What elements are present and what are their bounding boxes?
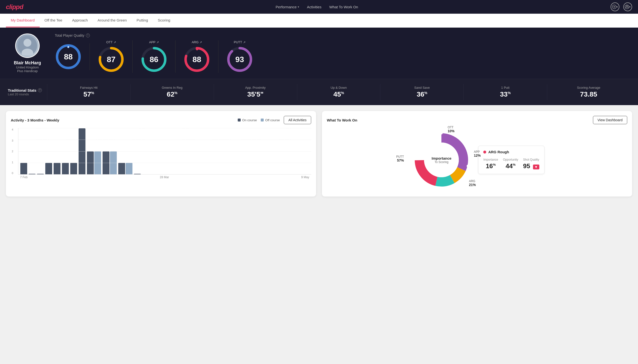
- stat-scoring-average: Scoring Average 73.85: [547, 84, 630, 100]
- ott-segment-value: 10%: [448, 129, 454, 133]
- detail-opportunity: Opportunity 44%: [503, 158, 518, 170]
- stat-sand-save: Sand Save 36%: [380, 84, 464, 100]
- y-label-4: 4: [12, 128, 13, 131]
- detail-importance: Importance 16%: [483, 158, 498, 170]
- stat-greens-value: 62%: [134, 90, 209, 98]
- off-course-legend-dot: [261, 118, 264, 122]
- bar-on-course-11: [134, 174, 141, 174]
- y-label-0: 0: [12, 172, 13, 174]
- donut-chart: Importance To Scoring OTT 10% APP 12% AR…: [409, 128, 473, 192]
- shot-quality-value: 95 ▼: [523, 162, 539, 170]
- bar-group-5: [62, 163, 69, 174]
- app-arrow-icon: ↗: [156, 40, 159, 44]
- on-course-legend-dot: [238, 118, 241, 122]
- donut-center: Importance To Scoring: [432, 156, 452, 164]
- stat-sandsave-value: 36%: [384, 90, 460, 98]
- stat-up-and-down: Up & Down 45%: [297, 84, 380, 100]
- scores-section: Total Player Quality ? 88 OTT ↗: [55, 34, 630, 73]
- player-info: Blair McHarg United Kingdom Plus Handica…: [8, 34, 47, 73]
- bar-group-3: [45, 163, 52, 174]
- svg-point-25: [418, 176, 420, 178]
- shot-quality-badge: ▼: [533, 164, 539, 170]
- trad-stats-info-icon[interactable]: ?: [38, 88, 42, 92]
- grid-line-3: [18, 140, 311, 140]
- work-card-header: What To Work On View Dashboard: [327, 116, 627, 124]
- svg-point-24: [467, 165, 469, 167]
- user-avatar-button[interactable]: ▾: [623, 2, 632, 11]
- bar-on-course-0: [20, 163, 27, 174]
- nav-performance[interactable]: Performance ▾: [276, 5, 299, 9]
- tab-my-dashboard[interactable]: My Dashboard: [6, 14, 40, 28]
- donut-label-arg: ARG 21%: [469, 180, 476, 187]
- work-card: What To Work On View Dashboard: [322, 111, 632, 196]
- add-chevron: ▾: [616, 6, 618, 8]
- score-circles: 88 OTT ↗ 87 APP: [55, 40, 630, 73]
- opportunity-value: 44%: [506, 162, 515, 170]
- svg-point-4: [626, 6, 628, 7]
- stat-updown-value: 45%: [301, 90, 376, 98]
- trad-stats-label: Traditional Stats ? Last 20 rounds: [8, 88, 47, 96]
- bar-group-2: [37, 174, 44, 174]
- bar-group-10: [118, 163, 132, 174]
- stat-1putt-value: 33%: [468, 90, 543, 98]
- detail-card-title: ARG Rough: [483, 150, 539, 154]
- logo[interactable]: clippd: [6, 3, 23, 11]
- all-activities-button[interactable]: All Activities: [284, 116, 311, 124]
- tab-approach[interactable]: Approach: [67, 14, 93, 28]
- legend-off-course: Off course: [261, 118, 280, 122]
- tab-scoring[interactable]: Scoring: [153, 14, 175, 28]
- donut-label-putt: PUTT 57%: [396, 155, 404, 162]
- arg-segment-value: 21%: [469, 183, 476, 187]
- arg-circle: 88: [183, 46, 210, 73]
- detail-card: ARG Rough Importance 16% Opportunity 44%: [478, 146, 544, 174]
- x-label-mar: 28 Mar: [160, 176, 169, 179]
- stat-app-proximity: App. Proximity 35'5": [214, 84, 297, 100]
- nav-what-to-work-on[interactable]: What To Work On: [329, 5, 358, 9]
- bar-on-course-6: [70, 163, 77, 174]
- total-quality-info-icon[interactable]: ?: [86, 34, 90, 38]
- add-button[interactable]: ▾: [610, 2, 619, 11]
- ott-score-value: 87: [107, 55, 116, 64]
- trad-stats-period: Last 20 rounds: [8, 92, 47, 96]
- putt-segment-value: 57%: [396, 158, 404, 162]
- arg-score-value: 88: [192, 55, 201, 64]
- importance-value: 16%: [486, 162, 496, 170]
- nav-right: ▾ ▾: [610, 2, 632, 11]
- app-circle: 86: [140, 46, 167, 73]
- nav-links: Performance ▾ Activities What To Work On: [276, 5, 358, 9]
- score-app: APP ↗ 86: [133, 40, 175, 73]
- app-score-value: 86: [150, 55, 158, 64]
- stat-fairways-hit: Fairways Hit 57%: [47, 84, 130, 100]
- ott-segment-label: OTT: [448, 126, 454, 129]
- y-label-1: 1: [12, 161, 13, 164]
- tab-putting[interactable]: Putting: [132, 14, 153, 28]
- tab-around-the-green[interactable]: Around the Green: [93, 14, 132, 28]
- arg-segment-label: ARG: [469, 180, 476, 183]
- putt-score-value: 93: [235, 55, 244, 64]
- score-total: 88: [55, 43, 90, 70]
- view-dashboard-button[interactable]: View Dashboard: [593, 116, 627, 124]
- y-label-2: 2: [12, 150, 13, 153]
- app-segment-value: 12%: [474, 154, 481, 158]
- bar-chart-container: 4 3 2 1 0: [11, 128, 311, 179]
- bar-on-course-4: [54, 163, 61, 174]
- avatar: [15, 34, 40, 58]
- putt-arrow-icon: ↗: [243, 40, 246, 44]
- tab-off-the-tee[interactable]: Off the Tee: [40, 14, 67, 28]
- chart-legend: On course Off course All Activities: [238, 116, 311, 124]
- x-axis-labels: 7 Feb 28 Mar 9 May: [18, 174, 311, 179]
- bar-on-course-5: [62, 163, 69, 174]
- donut-center-line2: To Scoring: [432, 160, 452, 164]
- bar-on-course-3: [45, 163, 52, 174]
- donut-label-app: APP 12%: [474, 150, 481, 158]
- stat-greens-in-reg: Greens In Reg 62%: [130, 84, 214, 100]
- grid-line-4: [18, 128, 311, 128]
- traditional-stats: Traditional Stats ? Last 20 rounds Fairw…: [0, 79, 638, 105]
- nav-activities[interactable]: Activities: [307, 5, 321, 9]
- bar-on-course-2: [37, 174, 44, 174]
- ott-label: OTT ↗: [106, 40, 116, 44]
- hero-section: Blair McHarg United Kingdom Plus Handica…: [0, 28, 638, 79]
- grid-line-1: [18, 163, 311, 163]
- putt-circle: 93: [226, 46, 253, 73]
- donut-center-line1: Importance: [432, 156, 452, 160]
